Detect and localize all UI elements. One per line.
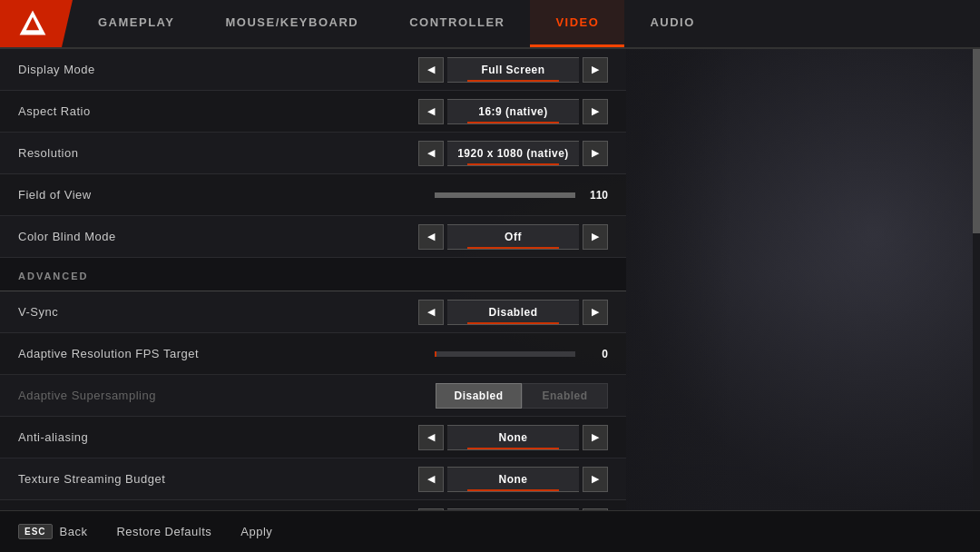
texture-streaming-value: None <box>447 467 579 492</box>
setting-color-blind: Color Blind Mode ◀ Off ▶ <box>0 216 626 258</box>
right-background <box>626 49 980 510</box>
tab-controller[interactable]: CONTROLLER <box>384 0 530 47</box>
texture-streaming-prev[interactable]: ◀ <box>418 467 444 492</box>
antialiasing-label: Anti-aliasing <box>18 430 418 444</box>
apply-action[interactable]: Apply <box>240 525 272 538</box>
vsync-label: V-Sync <box>18 305 418 319</box>
antialiasing-value: None <box>447 425 579 450</box>
resolution-control: ◀ 1920 x 1080 (native) ▶ <box>418 141 608 166</box>
esc-key-badge: ESC <box>18 524 53 539</box>
setting-adaptive-res: Adaptive Resolution FPS Target 0 <box>0 333 626 375</box>
setting-antialiasing: Anti-aliasing ◀ None ▶ <box>0 417 626 458</box>
apply-label: Apply <box>240 525 272 538</box>
adaptive-res-label: Adaptive Resolution FPS Target <box>18 347 435 360</box>
resolution-label: Resolution <box>18 146 418 160</box>
antialiasing-next[interactable]: ▶ <box>583 425 608 450</box>
resolution-next[interactable]: ▶ <box>583 141 608 166</box>
setting-aspect-ratio: Aspect Ratio ◀ 16:9 (native) ▶ <box>0 91 626 133</box>
setting-display-mode: Display Mode ◀ Full Screen ▶ <box>0 49 626 91</box>
fov-slider[interactable] <box>435 192 575 198</box>
display-mode-prev[interactable]: ◀ <box>418 57 444 83</box>
vsync-next[interactable]: ▶ <box>583 300 608 325</box>
back-label: Back <box>60 525 88 538</box>
fov-fill <box>435 192 575 198</box>
display-mode-label: Display Mode <box>18 63 418 76</box>
texture-streaming-next[interactable]: ▶ <box>583 467 608 492</box>
display-mode-control: ◀ Full Screen ▶ <box>418 57 608 83</box>
adaptive-res-value: 0 <box>583 348 608 360</box>
vsync-control: ◀ Disabled ▶ <box>418 300 608 325</box>
bottom-bar: ESC Back Restore Defaults Apply <box>0 510 980 552</box>
color-blind-prev[interactable]: ◀ <box>418 224 444 250</box>
texture-streaming-control: ◀ None ▶ <box>418 467 608 492</box>
setting-adaptive-super: Adaptive Supersampling Disabled Enabled <box>0 375 626 417</box>
fov-value: 110 <box>583 189 608 202</box>
advanced-section-header: ADVANCED <box>0 258 626 291</box>
restore-defaults-action[interactable]: Restore Defaults <box>116 525 211 538</box>
tab-gameplay[interactable]: GAMEPLAY <box>73 0 200 47</box>
tab-video[interactable]: VIDEO <box>530 0 624 47</box>
adaptive-res-slider[interactable] <box>435 351 575 357</box>
setting-resolution: Resolution ◀ 1920 x 1080 (native) ▶ <box>0 133 626 174</box>
top-navigation: GAMEPLAY MOUSE/KEYBOARD CONTROLLER VIDEO… <box>0 0 980 49</box>
antialiasing-prev[interactable]: ◀ <box>418 425 444 450</box>
color-blind-control: ◀ Off ▶ <box>418 224 608 250</box>
setting-vsync: V-Sync ◀ Disabled ▶ <box>0 291 626 333</box>
advanced-header-text: ADVANCED <box>18 271 89 281</box>
texture-streaming-label: Texture Streaming Budget <box>18 472 418 486</box>
aspect-ratio-label: Aspect Ratio <box>18 104 418 118</box>
adaptive-res-control: 0 <box>435 348 608 360</box>
logo-area <box>0 0 73 47</box>
antialiasing-control: ◀ None ▶ <box>418 425 608 450</box>
display-mode-next[interactable]: ▶ <box>583 57 608 83</box>
fov-control: 110 <box>435 189 608 202</box>
back-action[interactable]: ESC Back <box>18 524 87 539</box>
vsync-prev[interactable]: ◀ <box>418 300 444 325</box>
aspect-ratio-value: 16:9 (native) <box>447 99 579 124</box>
setting-fov: Field of View 110 <box>0 174 626 216</box>
display-mode-value: Full Screen <box>447 57 579 83</box>
adaptive-super-control: Disabled Enabled <box>436 383 608 409</box>
resolution-prev[interactable]: ◀ <box>418 141 444 166</box>
nav-tabs: GAMEPLAY MOUSE/KEYBOARD CONTROLLER VIDEO… <box>73 0 980 47</box>
adaptive-res-fill <box>435 351 436 357</box>
aspect-ratio-next[interactable]: ▶ <box>583 99 608 124</box>
color-blind-value: Off <box>447 224 579 250</box>
fov-label: Field of View <box>18 188 435 202</box>
setting-texture-streaming: Texture Streaming Budget ◀ None ▶ <box>0 458 626 500</box>
settings-panel: Display Mode ◀ Full Screen ▶ Aspect Rati… <box>0 49 626 510</box>
scroll-thumb <box>973 49 980 233</box>
apex-logo <box>16 7 49 40</box>
aspect-ratio-prev[interactable]: ◀ <box>418 99 444 124</box>
resolution-value: 1920 x 1080 (native) <box>447 141 579 166</box>
color-blind-label: Color Blind Mode <box>18 230 418 243</box>
adaptive-super-enabled[interactable]: Enabled <box>522 383 608 409</box>
right-panel <box>626 49 980 510</box>
main-content: Display Mode ◀ Full Screen ▶ Aspect Rati… <box>0 49 980 510</box>
adaptive-super-label: Adaptive Supersampling <box>18 389 436 402</box>
tab-audio[interactable]: AUDIO <box>624 0 720 47</box>
vsync-value: Disabled <box>447 300 579 325</box>
setting-texture-filtering: Texture Filtering ◀ Bilinear ▶ <box>0 500 626 510</box>
tab-mouse-keyboard[interactable]: MOUSE/KEYBOARD <box>200 0 384 47</box>
aspect-ratio-control: ◀ 16:9 (native) ▶ <box>418 99 608 124</box>
color-blind-next[interactable]: ▶ <box>583 224 608 250</box>
restore-defaults-label: Restore Defaults <box>116 525 211 538</box>
adaptive-super-disabled[interactable]: Disabled <box>436 383 522 409</box>
scrollbar[interactable] <box>973 49 980 510</box>
